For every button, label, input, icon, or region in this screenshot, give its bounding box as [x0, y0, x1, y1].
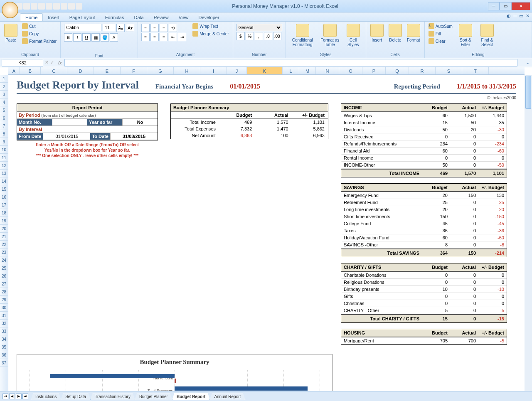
align-middle-button[interactable]: ≡	[150, 24, 159, 32]
col-header[interactable]: P	[362, 67, 386, 74]
row-header[interactable]: 15	[0, 185, 8, 193]
align-right-button[interactable]: ≡	[160, 33, 168, 41]
row-headers[interactable]: 1234567891011121314151617181920212223242…	[0, 75, 8, 391]
row-header[interactable]: 32	[0, 320, 8, 327]
row-header[interactable]: 26	[0, 272, 8, 280]
row-header[interactable]: 8	[0, 130, 8, 138]
col-header[interactable]: M	[299, 67, 316, 74]
tab-nav-first[interactable]: ⏮	[2, 394, 8, 399]
worksheet-canvas[interactable]: Budget Report by Interval Financial Year…	[8, 75, 525, 391]
enter-formula-icon[interactable]: ✓	[50, 60, 54, 65]
col-header[interactable]: Q	[386, 67, 409, 74]
ribbon-tab-view[interactable]: View	[174, 14, 194, 21]
find-select-button[interactable]: Find & Select	[477, 23, 497, 48]
tab-nav-prev[interactable]: ◀	[9, 394, 15, 399]
col-header[interactable]: D	[67, 67, 94, 74]
row-header[interactable]: 14	[0, 177, 8, 185]
ribbon-tab-insert[interactable]: Insert	[43, 14, 64, 21]
tab-nav-next[interactable]: ▶	[16, 394, 22, 399]
orientation-button[interactable]: ⟲	[169, 24, 177, 32]
align-left-button[interactable]: ≡	[141, 33, 150, 41]
qa-sort-asc-icon[interactable]	[68, 3, 75, 10]
qa-preview-icon[interactable]	[61, 3, 67, 10]
sheet-tab[interactable]: Annual Report	[209, 393, 245, 400]
formula-bar[interactable]	[64, 59, 517, 66]
sort-filter-button[interactable]: Sort & Filter	[456, 23, 475, 48]
row-header[interactable]: 29	[0, 296, 8, 304]
col-header[interactable]: S	[436, 67, 462, 74]
row-header[interactable]: 27	[0, 280, 8, 288]
fill-color-button[interactable]: 🪣	[101, 33, 109, 42]
comma-button[interactable]: ,	[255, 32, 263, 40]
row-header[interactable]: 2	[0, 83, 8, 91]
percent-button[interactable]: %	[246, 32, 254, 40]
sheet-tab[interactable]: Budget Planner	[135, 393, 172, 400]
row-header[interactable]: 10	[0, 146, 8, 154]
close-button[interactable]: ✕	[511, 2, 530, 10]
col-header[interactable]: B	[20, 67, 41, 74]
row-header[interactable]: 36	[0, 351, 8, 359]
col-header[interactable]: G	[147, 67, 174, 74]
row-header[interactable]: 16	[0, 193, 8, 201]
format-as-table-button[interactable]: Format as Table	[318, 23, 342, 48]
underline-button[interactable]: U	[82, 33, 91, 42]
row-header[interactable]: 6	[0, 114, 8, 122]
currency-button[interactable]: $	[236, 32, 245, 40]
font-color-button[interactable]: A	[110, 33, 118, 42]
fill-button[interactable]: Fill	[427, 30, 454, 37]
scrollbar-thumb[interactable]	[525, 76, 531, 109]
merge-center-button[interactable]: Merge & Center	[191, 30, 230, 37]
row-header[interactable]: 22	[0, 241, 8, 248]
copy-button[interactable]: Copy	[21, 30, 58, 37]
align-center-button[interactable]: ≡	[150, 33, 159, 41]
row-header[interactable]: 30	[0, 304, 8, 312]
ribbon-tab-formulas[interactable]: Formulas	[100, 14, 129, 21]
wrap-text-button[interactable]: Wrap Text	[191, 23, 230, 30]
autosum-button[interactable]: ΣAutoSum	[427, 23, 454, 30]
qa-print-icon[interactable]	[53, 3, 60, 10]
ysf-cell[interactable]: No	[122, 119, 158, 125]
minimize-ribbon-icon[interactable]: ─	[513, 13, 517, 19]
decrease-decimal-button[interactable]: .00	[273, 32, 281, 40]
sheet-tab[interactable]: Budget Report	[172, 393, 210, 400]
row-header[interactable]: 33	[0, 327, 8, 335]
row-header[interactable]: 24	[0, 256, 8, 264]
fx-icon[interactable]: fx	[58, 60, 62, 65]
col-header[interactable]: A	[8, 67, 20, 74]
restore-window-icon[interactable]: ▭	[519, 13, 523, 19]
col-header[interactable]: C	[41, 67, 67, 74]
row-header[interactable]: 23	[0, 248, 8, 256]
ribbon-tab-developer[interactable]: Developer	[193, 14, 224, 21]
col-header[interactable]: N	[316, 67, 339, 74]
row-header[interactable]: 18	[0, 209, 8, 217]
align-bottom-button[interactable]: ≡	[160, 24, 168, 32]
row-header[interactable]: 31	[0, 312, 8, 320]
align-top-button[interactable]: ≡	[141, 24, 150, 32]
ribbon-tab-page-layout[interactable]: Page Layout	[64, 14, 100, 21]
number-format-select[interactable]: General	[236, 24, 282, 31]
name-box[interactable]	[2, 59, 43, 66]
row-header[interactable]: 37	[0, 359, 8, 367]
office-button[interactable]	[2, 2, 18, 18]
conditional-formatting-button[interactable]: Conditional Formatting	[288, 23, 317, 48]
format-painter-button[interactable]: Format Painter	[21, 38, 58, 44]
font-size-input[interactable]	[103, 24, 115, 31]
tab-nav-last[interactable]: ⏭	[22, 394, 28, 399]
font-name-input[interactable]	[64, 24, 101, 31]
row-header[interactable]: 21	[0, 233, 8, 241]
qa-undo-icon[interactable]	[38, 3, 45, 10]
increase-indent-button[interactable]: ⇥	[178, 33, 186, 41]
paste-button[interactable]: Paste	[2, 23, 19, 43]
to-date-cell[interactable]: 31/03/2015	[110, 133, 158, 140]
italic-button[interactable]: I	[73, 33, 81, 42]
row-header[interactable]: 5	[0, 106, 8, 114]
shrink-font-button[interactable]: A▾	[126, 24, 134, 32]
row-header[interactable]: 11	[0, 154, 8, 162]
decrease-indent-button[interactable]: ⇤	[169, 33, 177, 41]
row-header[interactable]: 4	[0, 98, 8, 106]
ribbon-tab-home[interactable]: Home	[20, 13, 43, 21]
col-header[interactable]: I	[200, 67, 227, 74]
row-header[interactable]: 25	[0, 264, 8, 272]
border-button[interactable]: ▦	[91, 33, 100, 42]
row-header[interactable]: 13	[0, 170, 8, 177]
